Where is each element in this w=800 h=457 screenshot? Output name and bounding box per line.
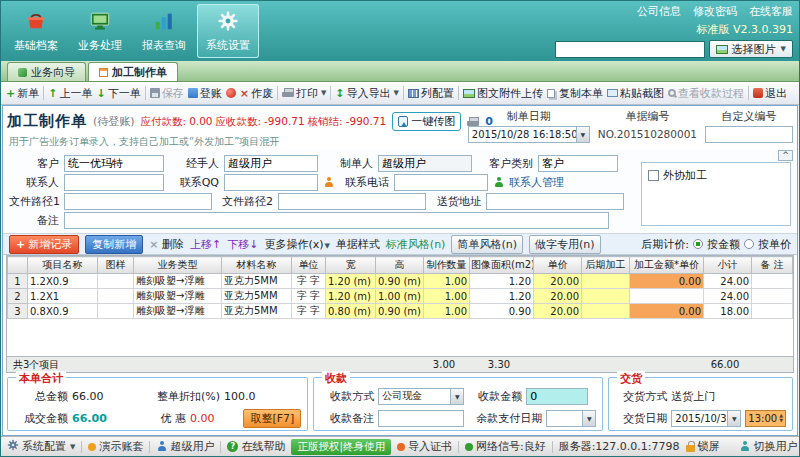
cell-item-name[interactable]: 1.2X0.9 (28, 274, 98, 289)
qq-contact-icon[interactable] (323, 177, 334, 188)
payment-amount-input[interactable] (526, 388, 588, 405)
change-password-link[interactable]: 修改密码 (693, 4, 737, 19)
copy-add-button[interactable]: 复制新增 (85, 235, 143, 254)
cell-note[interactable] (752, 304, 793, 319)
search-input[interactable] (555, 41, 705, 58)
cell-unit[interactable]: 字 字 (292, 274, 326, 289)
cell-unit[interactable]: 字 字 (292, 304, 326, 319)
company-info-link[interactable]: 公司信息 (637, 4, 681, 19)
printer-icon[interactable] (467, 117, 479, 127)
move-up-button[interactable]: 上移↑ (190, 237, 221, 252)
creator-field[interactable] (378, 155, 472, 172)
more-actions-button[interactable]: 更多操作(x)▼ (264, 237, 329, 252)
radio-by-amount[interactable] (693, 239, 703, 249)
tab-business-wizard[interactable]: 业务向导 (7, 62, 86, 81)
lock-screen-button[interactable]: 锁屏 (686, 439, 720, 454)
delivery-date-combo[interactable]: 2015/10/31 ▼ (671, 410, 741, 427)
cell-width[interactable]: 1.20 (m) (326, 289, 376, 304)
customer-field[interactable] (64, 155, 164, 172)
paste-screenshot-button[interactable]: 粘贴截图 (605, 84, 666, 103)
nav-basic-archives[interactable]: 基础档案 (5, 4, 67, 58)
nav-business-processing[interactable]: 业务处理 (69, 4, 131, 58)
discount-value[interactable]: 0.00 (190, 412, 215, 425)
caret-down-icon[interactable]: ▼ (582, 411, 595, 426)
cell-material[interactable]: 亚克力5MM (222, 274, 292, 289)
cell-height[interactable]: 0.90 (m) (376, 304, 424, 319)
cell-width[interactable]: 0.80 (m) (326, 304, 376, 319)
cell-subtotal[interactable]: 24.00 (704, 274, 752, 289)
table-row[interactable]: 1 1.2X0.9 雕刻吸塑→浮雕 亚克力5MM 字 字 1.20 (m) 0.… (8, 274, 793, 289)
cell-item-name[interactable]: 0.8X0.9 (28, 304, 98, 319)
cell-subtotal[interactable]: 18.00 (704, 304, 752, 319)
exit-button[interactable]: 退出 (751, 84, 789, 103)
system-config-menu[interactable]: 系统配置 ▼ (7, 439, 75, 454)
print-button[interactable]: 打印▼ (280, 84, 328, 103)
nav-system-settings[interactable]: 系统设置 (197, 4, 259, 58)
cell-area[interactable]: 1.20 (470, 274, 534, 289)
import-certificate-link[interactable]: 导入证书 (397, 439, 452, 454)
cell-material[interactable]: 亚克力5MM (222, 289, 292, 304)
online-service-link[interactable]: 在线客服 (749, 4, 793, 19)
import-export-button[interactable]: ↕导入导出▼ (333, 84, 401, 103)
contact-manager-link[interactable]: 联系人管理 (509, 175, 564, 190)
cell-post-process[interactable] (582, 289, 630, 304)
add-record-button[interactable]: +新增记录 (9, 235, 79, 254)
cell-unit[interactable]: 字 字 (292, 289, 326, 304)
spinner-arrows-icon[interactable]: ▲▼ (779, 413, 783, 423)
cell-note[interactable] (752, 274, 793, 289)
view-payment-process-button[interactable]: 查看收款过程 (666, 84, 746, 103)
text-style-button[interactable]: 做字专用(n) (529, 235, 601, 254)
standard-style-option[interactable]: 标准风格(n) (386, 237, 446, 252)
handler-field[interactable] (224, 155, 318, 172)
simple-style-button[interactable]: 简单风格(n) (451, 235, 523, 254)
caret-down-icon[interactable]: ▼ (576, 127, 589, 142)
cell-qty[interactable]: 1.00 (424, 289, 470, 304)
contact-field[interactable] (64, 174, 164, 191)
demo-account-item[interactable]: 演示账套 (88, 439, 143, 454)
cell-material[interactable]: 亚克力5MM (222, 304, 292, 319)
create-date-combo[interactable]: 2015/10/28 16:18:50 ▼ (468, 126, 590, 143)
cell-post-process[interactable] (582, 304, 630, 319)
cell-subtotal[interactable]: 24.00 (704, 289, 752, 304)
current-user-item[interactable]: 超级用户 (156, 439, 214, 454)
cell-item-name[interactable]: 1.2X1 (28, 289, 98, 304)
cell-post-process[interactable] (582, 274, 630, 289)
cell-area[interactable]: 1.20 (470, 289, 534, 304)
qq-field[interactable] (224, 174, 318, 191)
file-path1-field[interactable] (64, 193, 212, 210)
caret-down-icon[interactable]: ▼ (727, 411, 740, 426)
caret-down-icon[interactable]: ▼ (450, 389, 463, 404)
cell-qty[interactable]: 1.00 (424, 274, 470, 289)
cell-price[interactable]: 20.00 (534, 304, 582, 319)
cell-height[interactable]: 0.90 (m) (376, 274, 424, 289)
cell-pattern[interactable] (98, 289, 134, 304)
by-amount-label[interactable]: 按金额 (707, 237, 740, 252)
void-button[interactable]: ×作废 (238, 84, 275, 103)
select-image-button[interactable]: 选择图片 ▼ (709, 40, 793, 58)
delete-row-button[interactable]: × 删除 (149, 237, 184, 252)
cell-height[interactable]: 1.00 (m) (376, 289, 424, 304)
balance-date-combo[interactable]: ▼ (546, 410, 596, 427)
round-off-button[interactable]: 取整[F7] (243, 409, 301, 428)
red-stamp-button[interactable] (224, 86, 238, 100)
cell-business-type[interactable]: 雕刻吸塑→浮雕 (134, 304, 222, 319)
delivery-method-value[interactable]: 送货上门 (671, 389, 715, 404)
cell-price[interactable]: 20.00 (534, 289, 582, 304)
payment-remark-input[interactable] (378, 410, 464, 427)
new-doc-button[interactable]: +新单 (4, 84, 41, 103)
cell-price[interactable]: 20.00 (534, 274, 582, 289)
cell-business-type[interactable]: 雕刻吸塑→浮雕 (134, 274, 222, 289)
cell-width[interactable]: 1.20 (m) (326, 274, 376, 289)
custom-number-input[interactable] (705, 126, 793, 143)
by-unit-price-label[interactable]: 按单价 (758, 237, 791, 252)
collapse-button[interactable]: ^ (778, 150, 793, 161)
attachment-upload-button[interactable]: 图文附件上传 (461, 84, 545, 103)
post-account-button[interactable]: 登账 (186, 84, 224, 103)
table-row[interactable]: 3 0.8X0.9 雕刻吸塑→浮雕 亚克力5MM 字 字 0.80 (m) 0.… (8, 304, 793, 319)
online-help-link[interactable]: ? 在线帮助 (227, 439, 285, 454)
cell-business-type[interactable]: 雕刻吸塑→浮雕 (134, 289, 222, 304)
copy-doc-button[interactable]: 复制本单 (545, 84, 605, 103)
customer-category-field[interactable] (538, 155, 618, 172)
cell-pattern[interactable] (98, 274, 134, 289)
next-doc-button[interactable]: ↓下一单 (94, 84, 142, 103)
